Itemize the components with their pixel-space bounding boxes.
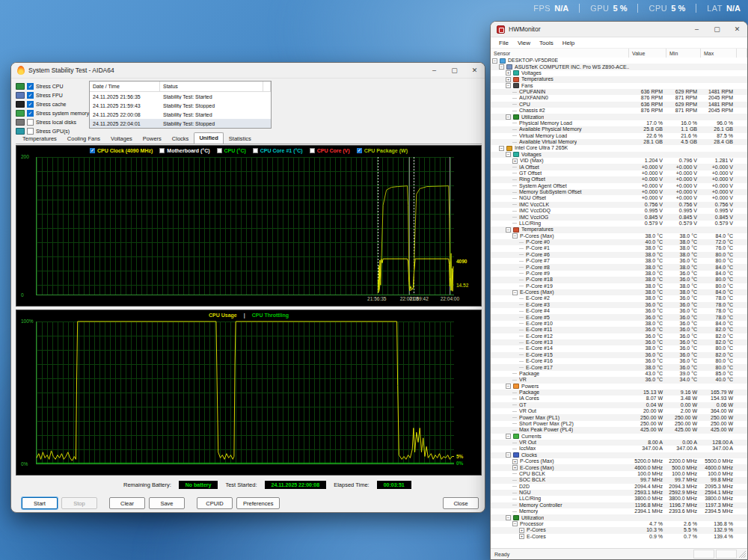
log-row[interactable]: 24.11.2025 22:04:01Stability Test: Stopp… bbox=[90, 119, 271, 128]
collapse-icon[interactable]: − bbox=[499, 146, 504, 151]
sensor-row[interactable]: −Utilization bbox=[491, 114, 747, 120]
cpuid-button[interactable]: CPUID bbox=[197, 497, 233, 509]
collapse-icon[interactable]: − bbox=[506, 83, 511, 88]
sensor-row[interactable]: IccMax347.00 A347.00 A347.00 A bbox=[491, 446, 747, 452]
tab-unified[interactable]: Unified bbox=[194, 132, 223, 144]
sensor-row[interactable]: +E-Cores (Max)4600.0 MHz500.0 MHz4600.0 … bbox=[491, 464, 747, 470]
sensor-row[interactable]: +Voltages bbox=[491, 70, 747, 76]
close-icon[interactable]: ✕ bbox=[465, 63, 485, 78]
sensor-row[interactable]: IMC VccCLK0.756 V0.756 V0.756 V bbox=[491, 202, 747, 208]
sensor-row[interactable]: +P-Cores (Max)5200.0 MHz2200.0 MHz5500.0… bbox=[491, 458, 747, 464]
menu-view[interactable]: View bbox=[514, 39, 534, 47]
sensor-row[interactable]: VR36.0 °C34.0 °C40.0 °C bbox=[491, 377, 747, 383]
log-column-header[interactable]: Date / Time bbox=[90, 81, 160, 91]
legend-item[interactable]: ✓CPU Clock (4090 MHz) bbox=[90, 148, 153, 153]
collapse-icon[interactable]: − bbox=[506, 227, 511, 233]
sensor-row[interactable]: Available Physical Memory25.8 GB1.1 GB26… bbox=[491, 126, 747, 132]
sensor-row[interactable]: D2D2094.4 MHz2094.3 MHz2095.3 MHz bbox=[491, 484, 747, 490]
tab-voltages[interactable]: Voltages bbox=[105, 133, 138, 144]
checkbox[interactable]: ✓ bbox=[27, 92, 34, 99]
sensor-row[interactable]: −Powers bbox=[491, 384, 747, 390]
sensor-row[interactable]: VR Out20.00 W2.00 W364.00 W bbox=[491, 408, 747, 414]
expand-icon[interactable]: + bbox=[519, 534, 524, 539]
sensor-row[interactable]: Virtual Memory Load22.6 %21.6 %87.5 % bbox=[491, 133, 747, 139]
expand-icon[interactable]: + bbox=[506, 77, 511, 82]
sensor-row[interactable]: Short Power Max (PL2)250.00 W250.00 W250… bbox=[491, 421, 747, 427]
sensor-row[interactable]: Max Peak Power (PL4)425.00 W425.00 W425.… bbox=[491, 427, 747, 433]
collapse-icon[interactable]: − bbox=[506, 384, 511, 389]
legend-checkbox[interactable]: ✓ bbox=[357, 148, 362, 153]
sensor-row[interactable]: AUXFANIN0876 RPM871 RPM2045 RPM bbox=[491, 95, 747, 101]
legend-checkbox[interactable]: ✓ bbox=[90, 148, 95, 153]
sensor-row[interactable]: Package43.0 °C39.0 °C85.0 °C bbox=[491, 371, 747, 377]
checkbox[interactable] bbox=[27, 119, 34, 126]
sensor-row[interactable]: LLC/Ring0.579 V0.579 V0.579 V bbox=[491, 221, 747, 227]
sensor-row[interactable]: +P-Cores10.3 %5.5 %132.9 % bbox=[491, 527, 747, 533]
sensor-row[interactable]: −ASUSTeK COMPUTER INC. Pro WS Z890-ACE..… bbox=[491, 64, 747, 70]
sensor-row[interactable]: P-Core #1938.0 °C38.0 °C80.0 °C bbox=[491, 283, 747, 289]
stress-option[interactable]: Stress local disks bbox=[16, 118, 99, 126]
sensor-row[interactable]: Physical Memory Load17.0 %16.0 %96.0 % bbox=[491, 120, 747, 126]
collapse-icon[interactable]: − bbox=[512, 290, 518, 295]
sensor-row[interactable]: Chassis #2876 RPM871 RPM2045 RPM bbox=[491, 108, 747, 114]
tab-powers[interactable]: Powers bbox=[138, 133, 167, 144]
collapse-icon[interactable]: − bbox=[499, 64, 504, 70]
legend-item[interactable]: CPU Core #1 (°C) bbox=[253, 148, 303, 153]
sensor-row[interactable]: Package15.13 W9.16 W165.79 W bbox=[491, 390, 747, 396]
log-row[interactable]: 24.11.2025 22:00:08Stability Test: Start… bbox=[90, 110, 271, 119]
sensor-row[interactable]: Memory SubSystem Offset+0.000 V+0.000 V+… bbox=[491, 189, 747, 195]
sensor-row[interactable]: −Voltages bbox=[491, 152, 747, 158]
sensor-row[interactable]: −Intel Core Ultra 7 265K bbox=[491, 145, 747, 151]
sensor-row[interactable]: E-Core #1136.0 °C36.0 °C82.0 °C bbox=[491, 327, 747, 333]
collapse-icon[interactable]: − bbox=[492, 58, 497, 64]
collapse-icon[interactable]: − bbox=[506, 434, 511, 439]
sensor-row[interactable]: E-Core #1236.0 °C36.0 °C82.0 °C bbox=[491, 333, 747, 339]
stress-option[interactable]: ✓Stress system memory bbox=[16, 109, 99, 117]
legend-item[interactable]: CPU (°C) bbox=[217, 148, 246, 153]
sensor-row[interactable]: −Fans bbox=[491, 83, 747, 89]
preferences-button[interactable]: Preferences bbox=[236, 497, 280, 509]
start-button[interactable]: Start bbox=[22, 497, 58, 509]
checkbox[interactable]: ✓ bbox=[27, 101, 34, 108]
legend-item[interactable]: Motherboard (°C) bbox=[159, 148, 209, 153]
tab-statistics[interactable]: Statistics bbox=[224, 133, 257, 144]
close-icon[interactable]: ✕ bbox=[727, 22, 747, 37]
sensor-row[interactable]: E-Core #1536.0 °C36.0 °C82.0 °C bbox=[491, 352, 747, 358]
sensor-row[interactable]: E-Core #1038.0 °C36.0 °C84.0 °C bbox=[491, 321, 747, 327]
stress-option[interactable]: ✓Stress CPU bbox=[16, 82, 99, 90]
collapse-icon[interactable]: − bbox=[506, 114, 511, 120]
sensor-row[interactable]: P-Core #040.0 °C38.0 °C72.0 °C bbox=[491, 239, 747, 245]
sensor-row[interactable]: E-Core #336.0 °C36.0 °C78.0 °C bbox=[491, 302, 747, 308]
sensor-row[interactable]: NGU Offset+0.000 V+0.000 V+0.000 V bbox=[491, 195, 747, 201]
sensor-row[interactable]: CPU BCLK100.0 MHz100.0 MHz100.0 MHz bbox=[491, 471, 747, 477]
expand-icon[interactable]: + bbox=[512, 459, 518, 464]
sensor-row[interactable]: P-Core #138.0 °C38.0 °C76.0 °C bbox=[491, 245, 747, 251]
sensor-row[interactable]: P-Core #1838.0 °C36.0 °C80.0 °C bbox=[491, 277, 747, 283]
legend-checkbox[interactable] bbox=[310, 148, 315, 153]
sensor-row[interactable]: LLC/Ring3800.0 MHz3800.0 MHz3800.0 MHz bbox=[491, 496, 747, 502]
legend-item[interactable]: ✓CPU Package (W) bbox=[357, 148, 408, 153]
tab-clocks[interactable]: Clocks bbox=[167, 133, 194, 144]
sensor-row[interactable]: +Temperatures bbox=[491, 76, 747, 82]
stress-option[interactable]: ✓Stress FPU bbox=[16, 91, 99, 99]
maximize-icon[interactable]: ▢ bbox=[444, 63, 465, 78]
collapse-icon[interactable]: − bbox=[506, 515, 511, 520]
sensor-row[interactable]: Ring Offset+0.000 V+0.000 V+0.000 V bbox=[491, 176, 747, 182]
log-row[interactable]: 24.11.2025 21:56:35Stability Test: Start… bbox=[90, 92, 271, 101]
sensor-row[interactable]: −Utilization bbox=[491, 514, 747, 520]
sensor-row[interactable]: Power Max (PL1)250.00 W250.00 W250.00 W bbox=[491, 414, 747, 420]
menu-tools[interactable]: Tools bbox=[536, 39, 557, 47]
expand-icon[interactable]: + bbox=[506, 70, 511, 76]
sensor-row[interactable]: NGU2593.1 MHz2592.9 MHz2594.1 MHz bbox=[491, 490, 747, 496]
sensor-row[interactable]: −Processor4.7 %2.6 %136.8 % bbox=[491, 521, 747, 527]
expand-icon[interactable]: + bbox=[512, 465, 518, 470]
hwmonitor-titlebar[interactable]: HWMonitor – ▢ ✕ bbox=[491, 22, 747, 37]
sensor-row[interactable]: VR Out8.00 A0.00 A128.00 A bbox=[491, 440, 747, 446]
clear-button[interactable]: Clear bbox=[109, 497, 145, 509]
sensor-row[interactable]: E-Core #536.0 °C36.0 °C78.0 °C bbox=[491, 314, 747, 320]
sensor-row[interactable]: P-Core #838.0 °C38.0 °C84.0 °C bbox=[491, 264, 747, 270]
expand-icon[interactable]: + bbox=[519, 528, 524, 533]
close-button[interactable]: Close bbox=[443, 497, 479, 509]
sensor-row[interactable]: IMC VccDDQ0.995 V0.995 V0.995 V bbox=[491, 208, 747, 214]
sensor-row[interactable]: System Agent Offset+0.000 V+0.000 V+0.00… bbox=[491, 183, 747, 189]
